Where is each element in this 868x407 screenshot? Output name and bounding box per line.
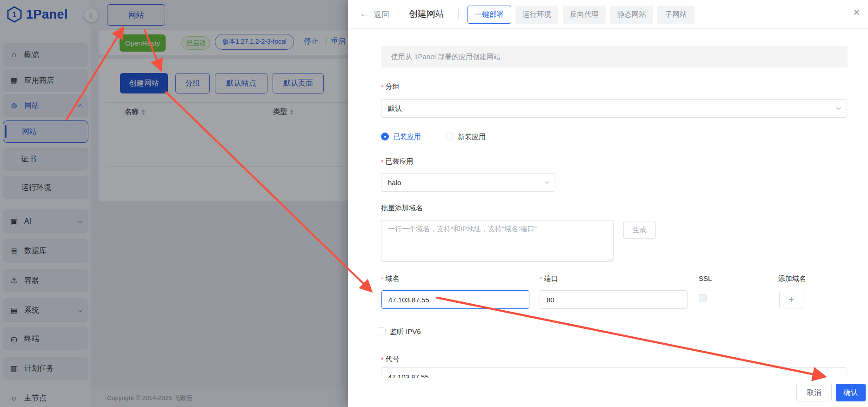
drawer-body: 使用从 1Panel 部署的应用创建网站 * 分组 默认 已装应用 新装应用 *… [348, 29, 868, 378]
drawer-footer: 取消 确认 [348, 378, 868, 407]
alias-input[interactable] [381, 367, 847, 378]
required-asterisk: * [381, 275, 383, 284]
ipv6-checkbox-label[interactable]: 监听 IPV6 [390, 327, 421, 336]
new-app-radio[interactable] [446, 133, 454, 140]
required-asterisk: * [540, 275, 542, 284]
add-domain-field-label: 添加域名 [778, 274, 806, 283]
port-input[interactable] [540, 290, 688, 309]
header-divider [399, 9, 399, 20]
modal-overlay[interactable] [0, 0, 348, 407]
tab-static-site[interactable]: 静态网站 [610, 6, 653, 24]
port-field-label: * 端口 [540, 274, 558, 283]
installed-app-field-label: * 已装应用 [381, 157, 413, 166]
add-domain-button[interactable]: + [779, 291, 803, 308]
ipv6-checkbox[interactable] [378, 327, 386, 335]
alias-field-label: * 代号 [381, 355, 399, 364]
group-select[interactable]: 默认 [381, 99, 847, 118]
drawer-title: 创建网站 [409, 8, 444, 20]
app-root: 1 1Panel ⌂ 概览 ▦ 应用商店 ⊕ 网站 网站 证书 运行环境 ▣ [0, 0, 868, 407]
installed-app-select[interactable]: halo [381, 173, 555, 192]
chevron-down-icon [836, 105, 841, 110]
create-website-drawer: ← 返回 创建网站 一键部署 运行环境 反向代理 静态网站 子网站 × 使用从 … [348, 0, 868, 407]
domain-input[interactable] [381, 290, 529, 309]
required-asterisk: * [381, 158, 383, 167]
tab-one-click-deploy[interactable]: 一键部署 [467, 6, 511, 24]
close-icon[interactable]: × [853, 6, 860, 18]
group-field-label: * 分组 [381, 82, 399, 91]
batch-domain-textarea[interactable] [381, 220, 614, 262]
installed-app-radio-label[interactable]: 已装应用 [393, 133, 421, 141]
required-asterisk: * [381, 356, 383, 365]
new-app-radio-label[interactable]: 新装应用 [458, 133, 486, 141]
ssl-field-label: SSL [699, 274, 712, 282]
info-banner: 使用从 1Panel 部署的应用创建网站 [381, 46, 848, 67]
header-divider [458, 9, 459, 20]
domain-field-label: * 域名 [381, 274, 399, 283]
tab-subsite[interactable]: 子网站 [657, 6, 694, 24]
installed-app-radio[interactable] [381, 133, 389, 140]
resize-handle[interactable] [607, 255, 612, 260]
confirm-button[interactable]: 确认 [836, 384, 866, 401]
back-arrow-icon[interactable]: ← [360, 8, 370, 19]
cancel-button[interactable]: 取消 [796, 384, 832, 401]
chevron-down-icon [544, 179, 549, 184]
tab-reverse-proxy[interactable]: 反向代理 [563, 6, 606, 24]
drawer-header: ← 返回 创建网站 一键部署 运行环境 反向代理 静态网站 子网站 × [348, 0, 868, 29]
ssl-checkbox[interactable] [699, 294, 707, 302]
generate-button[interactable]: 生成 [623, 221, 656, 239]
alias-input-clipped [381, 367, 848, 378]
back-button[interactable]: 返回 [374, 9, 389, 20]
tab-runtime[interactable]: 运行环境 [515, 6, 558, 24]
required-asterisk: * [381, 83, 383, 92]
batch-domain-field-label: 批量添加域名 [381, 204, 423, 213]
